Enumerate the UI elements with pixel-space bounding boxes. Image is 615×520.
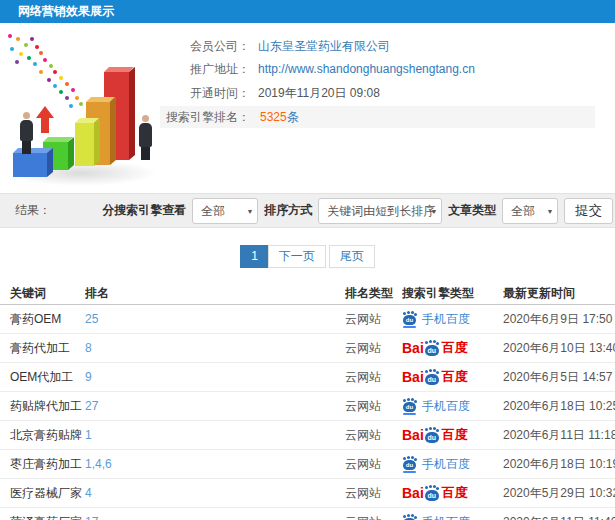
header-engine-type: 搜索引擎类型 [402, 283, 503, 304]
rank-type-cell: 云网站 [345, 427, 402, 444]
underline-icon [403, 413, 416, 415]
mobile-baidu-badge: du手机百度 [402, 311, 470, 328]
ranking-count-number: 5325 [260, 110, 287, 124]
title-bar: 网络营销效果展示 [0, 0, 615, 23]
engine-cell: du手机百度 [402, 514, 503, 520]
rank-type-cell: 云网站 [345, 340, 402, 357]
sort-label: 排序方式 [264, 202, 312, 219]
table-row: 菏泽膏药厂家17云网站du手机百度2020年6月11日 11:40 [0, 508, 615, 520]
article-type-label: 文章类型 [448, 202, 496, 219]
engine-view-select[interactable]: 全部 ▼ [192, 198, 258, 224]
rank-type-cell: 云网站 [345, 311, 402, 328]
table-row: OEM代加工9云网站Baidu百度2020年6月5日 14:57 [0, 363, 615, 392]
engine-cell: du手机百度 [402, 311, 503, 328]
last-page-button[interactable]: 尾页 [329, 245, 375, 268]
company-field: 会员公司： 山东皇圣堂药业有限公司 [0, 36, 615, 56]
up-arrow-icon [36, 106, 54, 134]
sort-select[interactable]: 关键词由短到长排序 ▼ [318, 198, 442, 224]
businessman-left-icon [20, 112, 33, 154]
rank-type-cell: 云网站 [345, 485, 402, 502]
mobile-baidu-paw-icon: du [402, 456, 417, 473]
engine-cell: Baidu百度 [402, 484, 503, 502]
ranking-count-value: 5325条 [260, 106, 299, 128]
rank-type-cell: 云网站 [345, 369, 402, 386]
mobile-baidu-paw-icon: du [402, 514, 417, 520]
mobile-baidu-paw-icon: du [402, 311, 417, 328]
promo-url-field: 推广地址： http://www.shandonghuangshengtang.… [0, 59, 615, 79]
filter-controls: 分搜索引擎查看 全部 ▼ 排序方式 关键词由短到长排序 ▼ 文章类型 全部 ▼ … [102, 198, 613, 224]
rank-type-cell: 云网站 [345, 456, 402, 473]
sort-selected: 关键词由短到长排序 [327, 204, 435, 218]
rank-link[interactable]: 9 [85, 370, 345, 384]
keyword-cell: 药贴牌代加工 [0, 398, 85, 415]
chevron-down-icon: ▼ [546, 199, 553, 224]
filter-toolbar: 结果： 分搜索引擎查看 全部 ▼ 排序方式 关键词由短到长排序 ▼ 文章类型 全… [0, 193, 615, 228]
table-row: 药贴牌代加工27云网站du手机百度2020年6月18日 10:25 [0, 392, 615, 421]
updated-cell: 2020年6月11日 11:40 [503, 514, 615, 520]
table-row: 医疗器械厂家4云网站Baidu百度2020年5月29日 10:32 [0, 479, 615, 508]
open-time-value: 2019年11月20日 09:08 [258, 83, 380, 103]
table-row: 枣庄膏药加工1,4,6云网站du手机百度2020年6月18日 10:19 [0, 450, 615, 479]
results-table: 关键词 排名 排名类型 搜索引擎类型 最新更新时间 膏药OEM25云网站du手机… [0, 283, 615, 520]
baidu-logo-icon: Baidu百度 [402, 426, 468, 444]
rank-type-cell: 云网站 [345, 514, 402, 520]
engine-view-selected: 全部 [201, 204, 225, 218]
engine-cell: Baidu百度 [402, 339, 503, 357]
company-link[interactable]: 山东皇圣堂药业有限公司 [258, 36, 390, 56]
table-row: 膏药代加工8云网站Baidu百度2020年6月10日 13:40 [0, 334, 615, 363]
keyword-cell: 菏泽膏药厂家 [0, 514, 85, 520]
ranking-count-label: 搜索引擎排名： [160, 106, 250, 128]
table-row: 北京膏药贴牌1云网站Baidu百度2020年6月11日 11:18 [0, 421, 615, 450]
chevron-down-icon: ▼ [246, 199, 253, 224]
keyword-cell: OEM代加工 [0, 369, 85, 386]
updated-cell: 2020年6月9日 17:50 [503, 311, 615, 328]
updated-cell: 2020年6月18日 10:19 [503, 456, 615, 473]
ranking-count-unit[interactable]: 条 [287, 110, 299, 124]
mobile-baidu-label: 手机百度 [422, 311, 470, 328]
table-row: 膏药OEM25云网站du手机百度2020年6月9日 17:50 [0, 305, 615, 334]
next-page-button[interactable]: 下一页 [268, 245, 326, 268]
result-label: 结果： [15, 202, 51, 219]
updated-cell: 2020年6月10日 13:40 [503, 340, 615, 357]
mobile-baidu-label: 手机百度 [422, 456, 470, 473]
page-1-button[interactable]: 1 [240, 245, 269, 268]
submit-button[interactable]: 提交 [564, 198, 613, 224]
header-keyword: 关键词 [0, 283, 85, 304]
engine-cell: du手机百度 [402, 398, 503, 415]
mobile-baidu-paw-icon: du [402, 398, 417, 415]
mobile-baidu-badge: du手机百度 [402, 398, 470, 415]
baidu-logo-icon: Baidu百度 [402, 368, 468, 386]
promo-url-link[interactable]: http://www.shandonghuangshengtang.cn [258, 59, 475, 79]
page-title: 网络营销效果展示 [0, 0, 615, 23]
info-section: 会员公司： 山东皇圣堂药业有限公司 推广地址： http://www.shand… [0, 30, 615, 190]
baidu-paw-icon: du [424, 340, 441, 356]
keyword-cell: 北京膏药贴牌 [0, 427, 85, 444]
keyword-cell: 膏药OEM [0, 311, 85, 328]
keyword-cell: 枣庄膏药加工 [0, 456, 85, 473]
updated-cell: 2020年6月18日 10:25 [503, 398, 615, 415]
rank-link[interactable]: 25 [85, 312, 345, 326]
updated-cell: 2020年5月29日 10:32 [503, 485, 615, 502]
mobile-baidu-badge: du手机百度 [402, 456, 470, 473]
baidu-paw-icon: du [424, 485, 441, 501]
header-rank: 排名 [85, 283, 345, 304]
baidu-paw-icon: du [424, 427, 441, 443]
pagination: 1下一页尾页 [0, 245, 615, 268]
rank-link[interactable]: 8 [85, 341, 345, 355]
rank-link[interactable]: 27 [85, 399, 345, 413]
updated-cell: 2020年6月11日 11:18 [503, 427, 615, 444]
ranking-count-field: 搜索引擎排名： 5325条 [160, 106, 595, 128]
businessman-right-icon [139, 115, 152, 160]
engine-cell: Baidu百度 [402, 426, 503, 444]
company-label: 会员公司： [0, 36, 250, 56]
underline-icon [403, 471, 416, 473]
baidu-logo-icon: Baidu百度 [402, 484, 468, 502]
header-updated: 最新更新时间 [503, 283, 615, 304]
rank-link[interactable]: 4 [85, 486, 345, 500]
article-type-select[interactable]: 全部 ▼ [502, 198, 558, 224]
rank-link[interactable]: 1 [85, 428, 345, 442]
rank-link[interactable]: 17 [85, 515, 345, 520]
rank-link[interactable]: 1,4,6 [85, 457, 345, 471]
baidu-logo-icon: Baidu百度 [402, 339, 468, 357]
blue-bar-icon [13, 153, 47, 177]
